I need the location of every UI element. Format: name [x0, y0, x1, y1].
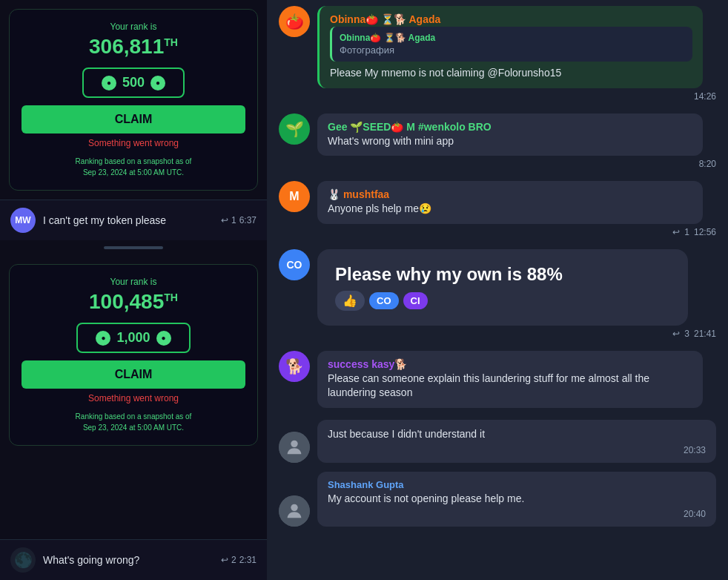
msg-meta-obinna: 14:26: [317, 91, 716, 102]
rank-value-1: 306,811TH: [89, 35, 178, 59]
list-item: 🌱 Gee 🌱SEED🍅 M #wenkolo BRO What's wrong…: [267, 108, 728, 176]
avatar: 🐕: [279, 351, 310, 382]
msg-body-mushtfaa: Anyone pls help me😢: [328, 202, 692, 217]
sender-name-gee: Gee 🌱SEED🍅 M #wenkolo BRO: [328, 121, 692, 133]
msg-content-mushtfaa: 🐰 mushtfaa Anyone pls help me😢 ↩ 1 12:56: [317, 181, 716, 237]
coin-icon-1b: ●: [150, 76, 165, 90]
rank-label-2: Your rank is: [110, 277, 157, 287]
snapshot-text-2: Ranking based on a snapshot as of Sep 23…: [76, 411, 192, 433]
msg-bubble-success: success kasy🐕 Please can someone explain…: [317, 351, 703, 408]
list-item: Just because I didn't understand it 20:3…: [267, 414, 728, 466]
sender-name-shashank: Shashank Gupta: [328, 479, 706, 490]
reaction-ci[interactable]: CI: [403, 292, 428, 309]
reply-info-2: ↩ 2 2:31: [221, 555, 257, 565]
reaction-co[interactable]: CO: [369, 292, 399, 309]
sender-name-success: success kasy🐕: [328, 358, 692, 370]
msg-body-anon: Just because I didn't understand it: [328, 427, 706, 442]
list-item: 🍅 Obinna🍅 ⏳🐕 Agada Obinna🍅 ⏳🐕 Agada Фото…: [267, 0, 728, 108]
msg-body-gee: What's wrong with mini app: [328, 134, 692, 149]
avatar: CO: [279, 249, 310, 280]
coin-icon-2b: ●: [156, 331, 171, 346]
msg-content-obinna: Obinna🍅 ⏳🐕 Agada Obinna🍅 ⏳🐕 Agada Фотогр…: [317, 6, 716, 102]
svg-point-0: [291, 440, 297, 446]
snapshot-text-1: Ranking based on a snapshot as of Sep 23…: [76, 156, 192, 178]
list-item: Shashank Gupta My account is not opening…: [267, 466, 728, 530]
chat-bar-2: 🌑 What's going wrong? ↩ 2 2:31: [0, 539, 267, 580]
msg-time-shashank: 20:40: [328, 509, 706, 519]
sender-name-obinna: Obinna🍅 ⏳🐕 Agada: [330, 13, 692, 25]
msg-content-co: Please why my own is 88% 👍 CO CI ↩ 3 21:…: [317, 249, 716, 339]
token-box-2: ● 1,000 ●: [76, 323, 190, 353]
left-panel: Your rank is 306,811TH ● 500 ● CLAIM Som…: [0, 0, 267, 580]
rank-card-2: Your rank is 100,485TH ● 1,000 ● CLAIM S…: [9, 264, 258, 446]
reply-info-1: ↩ 1 6:37: [221, 215, 257, 225]
sender-name-mushtfaa: 🐰 mushtfaa: [328, 188, 692, 200]
msg-body-shashank: My account is not opening please help me…: [328, 492, 706, 507]
list-item: CO Please why my own is 88% 👍 CO CI ↩ 3 …: [267, 243, 728, 345]
rank-value-2: 100,485TH: [89, 290, 178, 314]
msg-body-obinna: Please My mnemo is not claiming @Folorun…: [330, 66, 692, 81]
msg-bubble-shashank: Shashank Gupta My account is not opening…: [317, 472, 716, 527]
avatar-mw: MW: [10, 208, 36, 233]
msg-body-success: Please can someone explain this launderi…: [328, 372, 692, 401]
msg-content-success: success kasy🐕 Please can someone explain…: [317, 351, 716, 408]
reaction-row: 👍 CO CI: [335, 291, 670, 311]
svg-point-1: [291, 504, 297, 511]
coin-icon-1: ●: [102, 76, 116, 90]
message-text-1: I can't get my token please: [43, 214, 214, 226]
list-item: M 🐰 mushtfaa Anyone pls help me😢 ↩ 1 12:…: [267, 175, 728, 243]
reaction-thumbsup[interactable]: 👍: [335, 291, 365, 311]
avatar: [279, 432, 310, 463]
msg-bubble-gee: Gee 🌱SEED🍅 M #wenkolo BRO What's wrong w…: [317, 113, 703, 156]
msg-bubble-obinna: Obinna🍅 ⏳🐕 Agada Obinna🍅 ⏳🐕 Agada Фотогр…: [317, 6, 703, 88]
coin-icon-2: ●: [96, 331, 110, 346]
error-text-1: Something went wrong: [88, 138, 179, 148]
msg-time-anon: 20:33: [328, 445, 706, 455]
rank-card-1: Your rank is 306,811TH ● 500 ● CLAIM Som…: [9, 9, 258, 191]
claim-button-2[interactable]: CLAIM: [21, 360, 245, 389]
list-item: 🐕 success kasy🐕 Please can someone expla…: [267, 345, 728, 414]
right-panel: 🍅 Obinna🍅 ⏳🐕 Agada Obinna🍅 ⏳🐕 Agada Фото…: [267, 0, 728, 580]
msg-bubble-mushtfaa: 🐰 mushtfaa Anyone pls help me😢: [317, 181, 703, 224]
claim-button-1[interactable]: CLAIM: [21, 105, 245, 134]
avatar: [279, 495, 310, 527]
msg-meta-mushtfaa: ↩ 1 12:56: [317, 227, 716, 237]
msg-bubble-co: Please why my own is 88% 👍 CO CI: [317, 249, 688, 326]
msg-bubble-anon: Just because I didn't understand it 20:3…: [317, 420, 716, 463]
forwarded-msg: Obinna🍅 ⏳🐕 Agada Фотография: [330, 27, 692, 62]
token-amount-2: 1,000: [116, 330, 150, 346]
avatar: 🍅: [279, 6, 310, 37]
message-text-2: What's going wrong?: [43, 554, 214, 566]
msg-meta-co: ↩ 3 21:41: [317, 329, 716, 339]
avatar: M: [279, 181, 310, 212]
rank-label-1: Your rank is: [110, 22, 157, 32]
msg-content-gee: Gee 🌱SEED🍅 M #wenkolo BRO What's wrong w…: [317, 113, 716, 170]
bottom-avatar-left: 🌑: [10, 547, 36, 573]
token-box-1: ● 500 ●: [82, 67, 185, 98]
chat-bar-1: MW I can't get my token please ↩ 1 6:37: [0, 200, 267, 240]
token-amount-1: 500: [122, 75, 145, 90]
big-text-co: Please why my own is 88%: [335, 264, 670, 285]
avatar: 🌱: [279, 113, 310, 145]
error-text-2: Something went wrong: [88, 393, 179, 403]
divider: [104, 246, 163, 249]
msg-meta-gee: 8:20: [317, 159, 716, 169]
